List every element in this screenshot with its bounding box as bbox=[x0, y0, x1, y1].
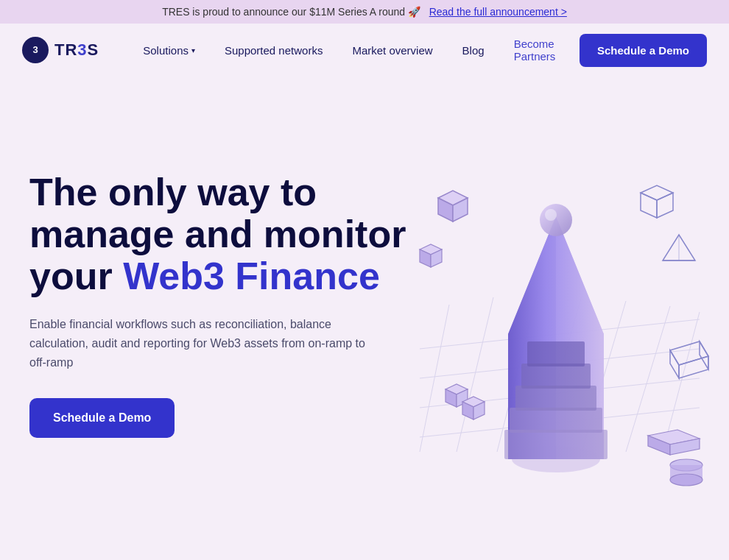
svg-point-23 bbox=[545, 209, 557, 221]
svg-marker-38 bbox=[700, 341, 708, 369]
announcement-text: TRES is proud to announce our $11M Serie… bbox=[162, 6, 420, 18]
svg-line-11 bbox=[626, 306, 670, 452]
announcement-banner: TRES is proud to announce our $11M Serie… bbox=[0, 0, 729, 24]
svg-rect-21 bbox=[527, 341, 585, 366]
svg-marker-31 bbox=[641, 193, 657, 218]
hero-subtitle: Enable financial workflows such as recon… bbox=[29, 315, 368, 372]
schedule-demo-hero-button[interactable]: Schedule a Demo bbox=[29, 398, 175, 438]
nav-item-blog[interactable]: Blog bbox=[448, 38, 499, 63]
hero-illustration bbox=[376, 113, 729, 496]
nav-links: Solutions ▾ Supported networks Market ov… bbox=[128, 32, 707, 68]
svg-line-7 bbox=[457, 297, 493, 452]
svg-marker-32 bbox=[657, 193, 673, 218]
svg-rect-17 bbox=[504, 430, 608, 459]
svg-marker-37 bbox=[670, 350, 679, 378]
svg-rect-18 bbox=[510, 408, 602, 433]
svg-marker-30 bbox=[641, 185, 673, 200]
hero-section: The only way to manage and monitor your … bbox=[0, 77, 729, 533]
nav-item-partners[interactable]: Become Partners bbox=[499, 32, 572, 68]
svg-rect-20 bbox=[521, 364, 591, 389]
svg-text:3: 3 bbox=[32, 44, 38, 55]
hero-content: The only way to manage and monitor your … bbox=[29, 171, 412, 438]
nav-item-market-overview[interactable]: Market overview bbox=[337, 38, 447, 63]
logo[interactable]: 3 TR3S bbox=[22, 37, 99, 63]
logo-icon: 3 bbox=[22, 37, 49, 63]
svg-rect-19 bbox=[515, 386, 596, 411]
navbar: 3 TR3S Solutions ▾ Supported networks Ma… bbox=[0, 24, 729, 77]
svg-point-51 bbox=[670, 474, 702, 486]
chevron-down-icon: ▾ bbox=[191, 46, 195, 54]
nav-item-supported-networks[interactable]: Supported networks bbox=[210, 38, 337, 63]
svg-point-22 bbox=[540, 204, 572, 236]
announcement-link[interactable]: Read the full announcement > bbox=[429, 6, 567, 18]
nav-item-solutions[interactable]: Solutions ▾ bbox=[128, 38, 210, 63]
hero-title: The only way to manage and monitor your … bbox=[29, 171, 412, 298]
svg-line-6 bbox=[420, 305, 449, 452]
logo-text: TR3S bbox=[54, 40, 99, 60]
schedule-demo-nav-button[interactable]: Schedule a Demo bbox=[580, 34, 707, 67]
